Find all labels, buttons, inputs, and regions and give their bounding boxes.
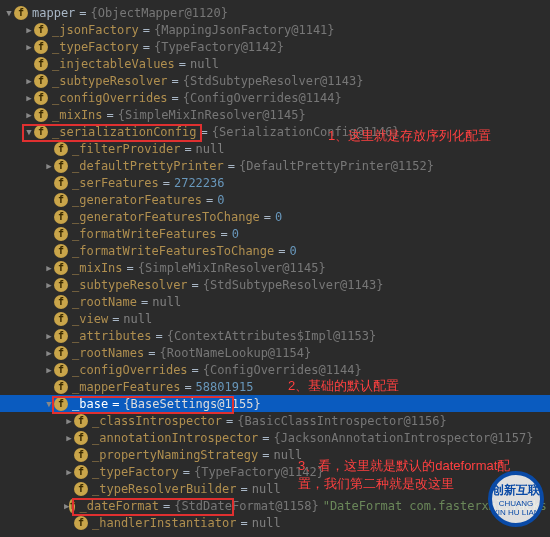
field-icon (34, 125, 48, 139)
field-value: 2722236 (174, 176, 225, 190)
tree-row[interactable]: _view=null (0, 310, 550, 327)
tree-row-dateFormat[interactable]: _dateFormat = {StdDateFormat@1158} "Date… (0, 497, 550, 514)
field-value: {SimpleMixInResolver@1145} (138, 261, 326, 275)
expand-icon[interactable] (44, 161, 54, 171)
tree-row[interactable]: _subtypeResolver={StdSubtypeResolver@114… (0, 72, 550, 89)
field-name: _subtypeResolver (52, 74, 168, 88)
tree-row[interactable]: _configOverrides={ConfigOverrides@1144} (0, 361, 550, 378)
field-name: _formatWriteFeaturesToChange (72, 244, 274, 258)
tree-row[interactable]: _typeFactory={TypeFactory@1142} (0, 38, 550, 55)
field-name: _filterProvider (72, 142, 180, 156)
expand-icon[interactable] (44, 365, 54, 375)
tree-row[interactable]: _generatorFeaturesToChange=0 (0, 208, 550, 225)
field-icon (74, 482, 88, 496)
annotation: 3、看，这里就是默认的dateformat配 (298, 458, 510, 475)
field-icon (54, 244, 68, 258)
field-icon (74, 414, 88, 428)
field-value: {ObjectMapper@1120} (91, 6, 228, 20)
expand-icon[interactable] (64, 467, 74, 477)
field-name: _typeFactory (52, 40, 139, 54)
tree-row[interactable]: _configOverrides={ConfigOverrides@1144} (0, 89, 550, 106)
field-name: _injectableValues (52, 57, 175, 71)
field-value: {MappingJsonFactory@1141} (154, 23, 335, 37)
tree-row[interactable]: _injectableValues=null (0, 55, 550, 72)
tree-row-base[interactable]: _base = {BaseSettings@1155} (0, 395, 550, 412)
expand-icon[interactable] (44, 348, 54, 358)
field-value: {BasicClassIntrospector@1156} (237, 414, 447, 428)
field-icon (54, 329, 68, 343)
field-value: null (190, 57, 219, 71)
field-name: _jsonFactory (52, 23, 139, 37)
tree-row[interactable]: _formatWriteFeatures=0 (0, 225, 550, 242)
tree-row[interactable]: _annotationIntrospector={JacksonAnnotati… (0, 429, 550, 446)
tree-row[interactable]: _rootName=null (0, 293, 550, 310)
field-icon (54, 142, 68, 156)
expand-icon[interactable] (44, 280, 54, 290)
field-name: _rootNames (72, 346, 144, 360)
tree-row[interactable]: _mixIns={SimpleMixInResolver@1145} (0, 106, 550, 123)
field-value: {RootNameLookup@1154} (159, 346, 311, 360)
field-name: _handlerInstantiator (92, 516, 237, 530)
field-value: null (196, 142, 225, 156)
field-value: {JacksonAnnotationIntrospector@1157} (273, 431, 533, 445)
watermark-logo: 创新互联 CHUANG XIN HU LIAN (488, 471, 544, 527)
field-icon (54, 261, 68, 275)
field-value: {StdSubtypeResolver@1143} (183, 74, 364, 88)
field-name: _mixIns (72, 261, 123, 275)
field-icon (54, 193, 68, 207)
field-icon (34, 91, 48, 105)
expand-icon[interactable] (24, 110, 34, 120)
field-name: _typeResolverBuilder (92, 482, 237, 496)
field-name: _serializationConfig (52, 125, 197, 139)
tree-row[interactable]: _attributes={ContextAttributes$Impl@1153… (0, 327, 550, 344)
field-icon (54, 159, 68, 173)
expand-icon[interactable] (64, 433, 74, 443)
tree-row[interactable]: _formatWriteFeaturesToChange=0 (0, 242, 550, 259)
expand-icon[interactable] (44, 263, 54, 273)
field-icon (54, 397, 68, 411)
tree-row[interactable]: _mixIns={SimpleMixInResolver@1145} (0, 259, 550, 276)
tree-row[interactable]: _serFeatures=2722236 (0, 174, 550, 191)
field-value: 0 (275, 210, 282, 224)
field-icon (54, 380, 68, 394)
field-name: _configOverrides (72, 363, 188, 377)
tree-row[interactable]: _jsonFactory={MappingJsonFactory@1141} (0, 21, 550, 38)
tree-row[interactable]: _subtypeResolver={StdSubtypeResolver@114… (0, 276, 550, 293)
tree-row[interactable]: _classIntrospector={BasicClassIntrospect… (0, 412, 550, 429)
field-icon (54, 176, 68, 190)
tree-row[interactable]: _defaultPrettyPrinter={DefaultPrettyPrin… (0, 157, 550, 174)
field-icon (69, 499, 75, 513)
tree-row-handlerInstantiator[interactable]: _handlerInstantiator = null (0, 514, 550, 531)
tree-row[interactable]: _mapperFeatures=58801915 (0, 378, 550, 395)
field-name: _generatorFeaturesToChange (72, 210, 260, 224)
expand-icon[interactable] (24, 127, 34, 137)
expand-icon[interactable] (4, 8, 14, 18)
field-value: {ConfigOverrides@1144} (183, 91, 342, 105)
field-name: _mapperFeatures (72, 380, 180, 394)
field-name: _propertyNamingStrategy (92, 448, 258, 462)
tree-row[interactable]: _typeResolverBuilder=null (0, 480, 550, 497)
annotation: 1、这里就是存放序列化配置 (328, 128, 491, 145)
field-name: _rootName (72, 295, 137, 309)
tree-row[interactable]: _rootNames={RootNameLookup@1154} (0, 344, 550, 361)
expand-icon[interactable] (24, 93, 34, 103)
tree-row-root[interactable]: mapper = {ObjectMapper@1120} (0, 4, 550, 21)
expand-icon[interactable] (24, 25, 34, 35)
field-name: _formatWriteFeatures (72, 227, 217, 241)
annotation: 置，我们第二种就是改这里 (298, 476, 454, 493)
expand-icon[interactable] (44, 399, 54, 409)
field-name: _attributes (72, 329, 151, 343)
expand-icon[interactable] (24, 42, 34, 52)
field-icon (54, 312, 68, 326)
field-icon (54, 210, 68, 224)
field-value: 0 (217, 193, 224, 207)
field-icon (54, 278, 68, 292)
expand-icon[interactable] (64, 416, 74, 426)
tree-row[interactable]: _generatorFeatures=0 (0, 191, 550, 208)
field-icon (54, 295, 68, 309)
expand-icon[interactable] (44, 331, 54, 341)
debug-tree[interactable]: mapper = {ObjectMapper@1120} _jsonFactor… (0, 0, 550, 535)
field-icon (34, 74, 48, 88)
expand-icon[interactable] (24, 76, 34, 86)
field-name: _serFeatures (72, 176, 159, 190)
